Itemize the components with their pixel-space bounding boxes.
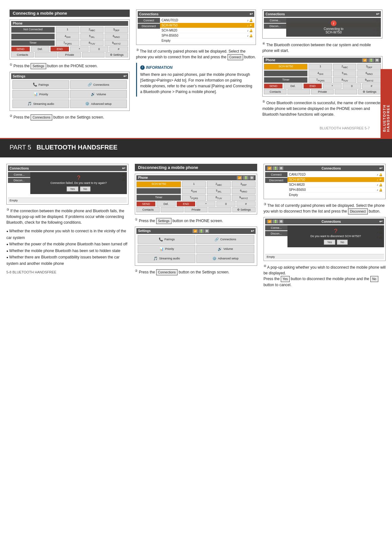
settings-ui: Settings ↩ 📞 Pairings 🔗 Connections 📊 Pr… [10, 72, 130, 111]
timer-cell2: Timer [264, 77, 308, 83]
end-key2: END [303, 83, 322, 89]
section-heading-connecting: Connecting a mobile phone [10, 10, 130, 17]
no-btn[interactable]: No [80, 186, 91, 192]
dcol-row-schm620[interactable]: SCH-M620♪ 🔔 [287, 182, 384, 187]
key-5b: 5JKL [333, 70, 357, 76]
disconnect-no-btn[interactable]: No [337, 240, 348, 245]
key-3c: 3DEF [232, 181, 256, 187]
private-key3: Private [185, 207, 207, 212]
empty-cell1 [11, 33, 55, 40]
star-key: * [70, 47, 89, 52]
key-7c: 7PQRS [182, 195, 206, 201]
conn-row-canu[interactable]: CANU701D♪ 🔔 [160, 18, 255, 23]
failed-step-text: ③ If the connection between the mobile p… [6, 207, 128, 225]
hash-key: # [109, 47, 128, 52]
send-key: SEND [11, 47, 30, 52]
failed-icon: ? [33, 175, 124, 181]
connecting-icon: i [331, 20, 337, 26]
volume-btn[interactable]: 🔊 Volume [70, 90, 127, 98]
key-9c: 9WXYZ [232, 195, 256, 201]
key-5: 5JKL [80, 33, 104, 40]
empty-status2: Empty [265, 254, 384, 259]
dcol-row-canu[interactable]: CANU701D♪ 🔔 [287, 172, 384, 177]
disconnect-dialog-ui: 📶 🔋 ⚙ Connections ↩ Conne... Discon... ♪… [264, 217, 386, 261]
connections-btn[interactable]: 🔗 Connections [70, 80, 127, 89]
yes-btn[interactable]: Yes [67, 186, 78, 192]
settings-header-disconnect: Settings 📶 🔋 ⚙ ↩ [136, 228, 255, 234]
connections-btn-label: Connections [31, 114, 52, 120]
priority-btn2[interactable]: 📊 Priority [138, 245, 195, 253]
connect-btn[interactable]: Connect [138, 18, 160, 23]
bottom-content: Connections ↩ Conne... Discon... ♪ 🔔 ♪ 🔔… [0, 157, 392, 297]
key-7: 7PQRS [56, 40, 79, 46]
disconnect-btn2[interactable]: Disconnect [265, 178, 287, 183]
pairings-btn2[interactable]: 📞 Pairings [138, 235, 195, 244]
settings-ui-disconnect: Settings 📶 🔋 ⚙ ↩ 📞 Pairings 🔗 Connection… [135, 227, 257, 266]
phone-header-disconnect: Phone 📶 🔋 ⚙ [136, 175, 255, 180]
bullet-2: Whether the power of the mobile phone Bl… [6, 241, 128, 247]
failed-text: Connection failed. Do you want to try ag… [33, 181, 124, 185]
priority-btn[interactable]: 📊 Priority [12, 90, 69, 98]
disconnect-step4: ④ A pop-up asking whether you wish to di… [264, 264, 386, 288]
advanced-btn2[interactable]: ⚙️ Advanced setup [196, 254, 254, 263]
no-inline-btn: No [370, 276, 378, 282]
advanced-btn[interactable]: ⚙️ Advanced setup [70, 99, 127, 108]
del-key3: Del. [156, 201, 176, 207]
info-icon: i [140, 65, 145, 70]
info-text: When there are no paired phones, pair th… [140, 72, 253, 95]
connections-btn2[interactable]: 🔗 Connections [196, 235, 254, 244]
key-3: 3DEF [105, 27, 128, 33]
step2-text: ② Press the Connections button on the Se… [10, 113, 130, 120]
disconnect-yes-btn[interactable]: Yes [324, 240, 336, 245]
connect-inline-btn: Connect [228, 54, 243, 60]
part-label: PART 5 [10, 144, 31, 151]
settings-btn-label2: Settings [156, 218, 171, 224]
zero-key3: 0 [216, 201, 236, 207]
disconnect-btn[interactable]: Disconnect [138, 24, 160, 29]
phone-ui-connected: Phone 📶 🔋 ⚙ SCH-W750 1 2ABC 3DEF 4GHI [262, 56, 382, 97]
disconnect-name-cell: SCH-W750 [136, 181, 181, 187]
phone-ui: Phone Not Connected 1 2ABC 3DEF 4GHI 5JK… [10, 19, 130, 60]
bottom-col3: 📶 🔋 ⚙ Connections ↩ Connect Disconnect C… [264, 164, 386, 290]
bullet-4: Whether there are Bluetooth compatibilit… [6, 254, 128, 267]
contacts-key3: Contacts [136, 207, 159, 212]
pairings-btn[interactable]: 📞 Pairings [12, 80, 69, 89]
hash-key3: # [236, 201, 256, 207]
conn-header-disconnect: 📶 🔋 ⚙ Connections ↩ [265, 165, 384, 171]
empty-key3 [287, 89, 310, 94]
conn-row-sph[interactable]: SPH-B5650♪ 🔔 [160, 33, 255, 38]
key-1c: 1 [182, 181, 206, 187]
contacts-key2: Contacts [264, 89, 287, 94]
dialog-buttons: Yes No [33, 186, 124, 192]
settings-btn-label: Settings [31, 63, 46, 69]
dcol-row-sph[interactable]: SPH-B5650♪ 🔔 [287, 187, 384, 192]
col1-top: Connecting a mobile phone Phone Not Conn… [10, 10, 130, 123]
empty-status: Empty [8, 198, 127, 203]
settings-key: ⚙ Settings [105, 52, 128, 57]
disconnect-dialog-buttons: Yes No [290, 240, 381, 245]
streaming-btn2[interactable]: 🎵 Streaming audio [138, 254, 195, 263]
conn-row-schm620[interactable]: SCH-M620♪ 🔔 [160, 28, 255, 33]
conn-row-schw750[interactable]: SCH-W750♪ 🔔 [160, 23, 255, 28]
not-connected-cell: Not Connected [11, 27, 55, 33]
empty-key1 [35, 52, 57, 57]
page-footer-top: BLUETOOTH HANDSFREE 5-7 [10, 123, 382, 132]
phone-header: Phone [11, 21, 128, 26]
phone-ui-disconnect: Phone 📶 🔋 ⚙ SCH-W750 1 2ABC 3DEF 4GHI [135, 174, 257, 214]
key-3b: 3DEF [357, 64, 381, 70]
zero-key: 0 [90, 47, 108, 52]
connect-btn2[interactable]: Connect [265, 172, 287, 177]
disconnect-dialog-icon: ? [290, 228, 381, 235]
dcol-row-schw750[interactable]: SCH-W750♪ 🔔 [287, 177, 384, 182]
volume-btn2[interactable]: 🔊 Volume [196, 245, 254, 253]
bottom-col2: Disconnecting a mobile phone Phone 📶 🔋 ⚙… [135, 164, 257, 290]
settings-header: Settings ↩ [11, 73, 128, 79]
key-8b: 8TUV [333, 77, 357, 83]
page-footer-bottom: 5-8 BLUETOOTH HANDSFREE [6, 267, 128, 276]
disconnect-dialog-header: 📶 🔋 ⚙ Connections ↩ [265, 219, 384, 224]
disconnect-inline-btn: Disconnect [348, 208, 367, 214]
info-box: i INFORMATION When there are no paired p… [136, 63, 256, 97]
settings-key2: ⚙ Settings [358, 89, 381, 94]
key-6b: 6MNO [357, 70, 381, 76]
streaming-btn[interactable]: 🎵 Streaming audio [12, 99, 69, 108]
